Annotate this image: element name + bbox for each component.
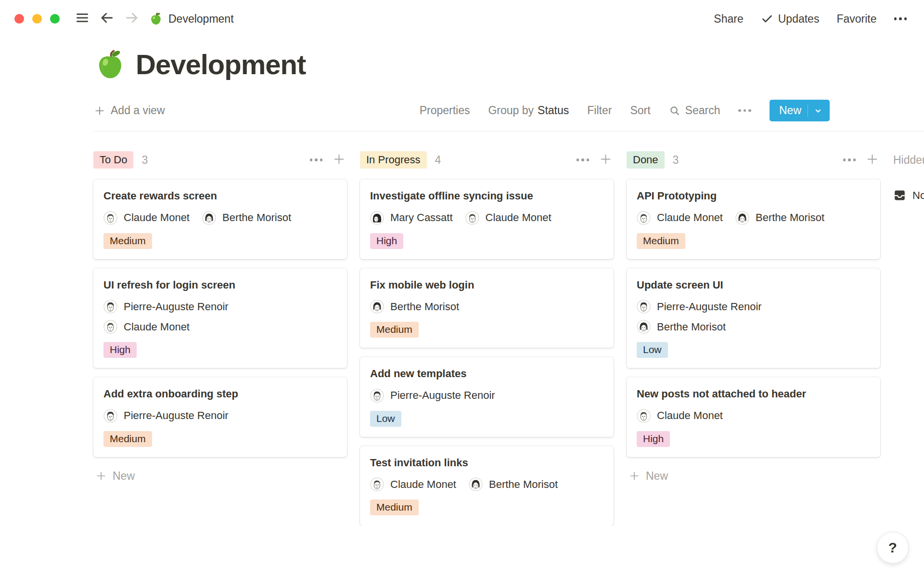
priority-badge: High xyxy=(637,431,670,447)
forward-arrow-icon[interactable] xyxy=(124,10,140,27)
priority-badge: Medium xyxy=(370,499,419,515)
priority-badge: Low xyxy=(370,411,401,427)
assignee: Pierre-Auguste Renoir xyxy=(370,389,495,403)
berthe-morisot-avatar xyxy=(370,300,384,314)
assignee-name: Claude Monet xyxy=(390,478,456,491)
assignee-name: Mary Cassatt xyxy=(390,211,453,224)
sidebar-menu-icon[interactable] xyxy=(75,11,90,27)
back-arrow-icon[interactable] xyxy=(99,10,115,27)
search-icon xyxy=(669,105,680,117)
task-title: UI refresh for login screen xyxy=(103,278,337,292)
hidden-groups-label[interactable]: Hidden groups xyxy=(893,150,924,167)
assignee-name: Claude Monet xyxy=(124,321,190,333)
assignee-name: Berthe Morisot xyxy=(756,211,824,224)
page-icon-green-apple[interactable] xyxy=(94,49,126,80)
toolbar-more-icon[interactable] xyxy=(738,109,751,112)
assignee-row: Berthe Morisot xyxy=(370,300,603,314)
assignee-name: Pierre-Auguste Renoir xyxy=(124,409,229,422)
filter-button[interactable]: Filter xyxy=(587,104,612,117)
inbox-icon xyxy=(893,189,906,202)
mary-cassatt-avatar xyxy=(370,211,384,225)
assignee-name: Pierre-Auguste Renoir xyxy=(390,389,495,402)
berthe-morisot-avatar xyxy=(735,211,749,225)
task-card[interactable]: New posts not attached to header Claude … xyxy=(627,377,880,457)
assignee: Berthe Morisot xyxy=(735,211,824,225)
assignee-name: Berthe Morisot xyxy=(489,478,558,491)
priority-badge: Medium xyxy=(637,233,685,249)
column-more-icon[interactable] xyxy=(577,158,590,161)
updates-button[interactable]: Updates xyxy=(761,13,820,26)
assignee-row: Claude Monet Berthe Morisot xyxy=(637,211,870,225)
task-title: Add new templates xyxy=(370,367,603,381)
board-column: Done 3 API Prototyping Claude Monet Bert… xyxy=(627,150,880,483)
chevron-down-icon[interactable] xyxy=(808,105,823,117)
column-add-card-icon[interactable] xyxy=(866,153,878,167)
assignee: Claude Monet xyxy=(637,211,723,225)
column-add-card-icon[interactable] xyxy=(600,153,612,167)
hidden-group-no-status[interactable]: No Status xyxy=(893,189,924,202)
more-options-icon[interactable] xyxy=(894,17,907,20)
task-card[interactable]: API Prototyping Claude Monet Berthe Mori… xyxy=(627,179,880,259)
assignee-name: Berthe Morisot xyxy=(390,301,459,313)
assignee: Berthe Morisot xyxy=(469,477,558,491)
task-card[interactable]: Add new templates Pierre-Auguste Renoir … xyxy=(360,357,614,437)
column-more-icon[interactable] xyxy=(843,158,856,161)
column-more-icon[interactable] xyxy=(310,158,323,161)
assignee-name: Claude Monet xyxy=(124,211,190,224)
task-card[interactable]: Update screen UI Pierre-Auguste Renoir B… xyxy=(627,268,880,368)
new-card-button[interactable]: New xyxy=(627,470,668,483)
share-button[interactable]: Share xyxy=(714,13,743,26)
kanban-board: To Do 3 Create rewards screen Claude Mon… xyxy=(0,131,924,525)
berthe-morisot-avatar xyxy=(202,211,216,225)
assignee: Pierre-Auguste Renoir xyxy=(103,409,229,423)
column-status-badge[interactable]: In Progress xyxy=(360,151,427,169)
assignee-row: Claude Monet xyxy=(103,320,337,334)
maximize-window-button[interactable] xyxy=(50,14,60,24)
assignee: Claude Monet xyxy=(103,320,190,334)
page-title: Development xyxy=(136,48,306,80)
favorite-button[interactable]: Favorite xyxy=(836,13,876,26)
minimize-window-button[interactable] xyxy=(32,14,42,24)
task-card[interactable]: Test invitation links Claude Monet Berth… xyxy=(360,446,614,526)
assignee: Pierre-Auguste Renoir xyxy=(103,300,229,314)
search-button[interactable]: Search xyxy=(669,104,720,117)
pierre-auguste-renoir-avatar xyxy=(370,389,384,403)
column-status-badge[interactable]: Done xyxy=(627,151,665,169)
assignee: Berthe Morisot xyxy=(637,320,726,334)
assignee: Pierre-Auguste Renoir xyxy=(637,300,762,314)
assignee: Berthe Morisot xyxy=(370,300,459,314)
assignee-name: Claude Monet xyxy=(657,211,723,224)
view-toolbar: Add a view Properties Group by Status Fi… xyxy=(94,100,924,121)
claude-monet-avatar xyxy=(370,477,384,491)
help-button[interactable]: ? xyxy=(877,532,909,564)
task-card[interactable]: Investigate offline syncing issue Mary C… xyxy=(360,179,614,259)
column-header: To Do 3 xyxy=(93,150,347,170)
breadcrumb[interactable]: Development xyxy=(149,12,234,26)
column-status-badge[interactable]: To Do xyxy=(93,151,133,169)
assignee-name: Pierre-Auguste Renoir xyxy=(657,301,762,313)
sort-button[interactable]: Sort xyxy=(630,104,650,117)
task-card[interactable]: Fix mobile web login Berthe Morisot Medi… xyxy=(360,268,614,348)
green-apple-emoji-icon xyxy=(149,12,163,26)
new-card-button[interactable]: New xyxy=(93,470,135,483)
task-card[interactable]: Add extra onboarding step Pierre-Auguste… xyxy=(93,377,347,457)
task-card[interactable]: Create rewards screen Claude Monet Berth… xyxy=(93,179,347,259)
close-window-button[interactable] xyxy=(14,14,24,24)
group-by-button[interactable]: Group by Status xyxy=(488,104,569,117)
task-title: Update screen UI xyxy=(637,278,870,292)
assignee: Mary Cassatt xyxy=(370,211,453,225)
properties-button[interactable]: Properties xyxy=(420,104,470,117)
window-controls xyxy=(14,14,60,24)
priority-badge: High xyxy=(103,342,137,358)
task-card[interactable]: UI refresh for login screen Pierre-Augus… xyxy=(93,268,347,368)
column-card-count: 3 xyxy=(673,154,679,167)
add-view-button[interactable]: Add a view xyxy=(94,104,165,117)
new-button[interactable]: New xyxy=(770,100,830,121)
task-title: Create rewards screen xyxy=(103,189,337,203)
assignee-name: Berthe Morisot xyxy=(222,211,291,224)
pierre-auguste-renoir-avatar xyxy=(103,409,117,423)
column-header: Done 3 xyxy=(627,150,880,170)
plus-icon xyxy=(94,105,105,116)
column-add-card-icon[interactable] xyxy=(333,153,345,167)
assignee: Claude Monet xyxy=(637,409,723,423)
